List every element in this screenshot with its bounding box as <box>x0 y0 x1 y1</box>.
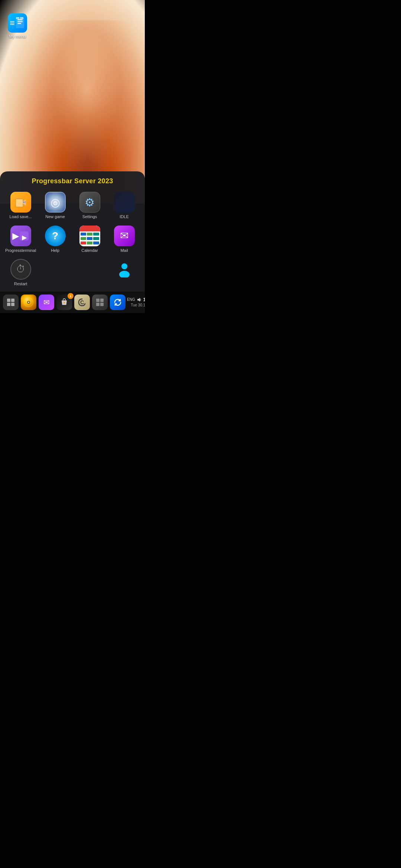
app-grid-row1: ↩ Load save... New game Settings I <box>4 190 140 221</box>
svg-rect-16 <box>7 303 10 306</box>
svg-rect-14 <box>7 299 10 302</box>
progressterminal-app[interactable]: ▶ Progressterminal <box>4 224 37 254</box>
new-game-app[interactable]: New game <box>39 190 71 221</box>
taskbar-sync-button[interactable] <box>110 295 125 310</box>
restart-label: Restart <box>14 282 27 286</box>
restart-app[interactable]: Restart <box>4 257 37 288</box>
taskbar-date: Tue 30.1.2023 <box>131 303 145 308</box>
taskbar-bag-button[interactable]: 1 <box>56 295 72 310</box>
desktop-icons-area: My menu <box>4 13 30 39</box>
calendar-app[interactable]: Calendar <box>74 224 106 254</box>
svg-rect-3 <box>17 23 21 24</box>
taskbar-disc-button[interactable] <box>21 295 36 310</box>
settings-app[interactable]: Settings <box>74 190 106 221</box>
taskbar: ✉ 1 C <box>0 292 145 313</box>
svg-text:↩: ↩ <box>23 200 26 204</box>
taskbar-volume-icon <box>137 297 142 302</box>
help-app[interactable]: Help <box>39 224 71 254</box>
svg-rect-5 <box>20 17 23 19</box>
app-grid-row2: ▶ Progressterminal Help <box>4 224 140 254</box>
svg-point-12 <box>121 263 127 269</box>
calendar-icon <box>79 226 100 246</box>
settings-icon <box>79 192 100 213</box>
my-menu-label: My menu <box>9 34 26 39</box>
idle-app[interactable]: IDLE <box>108 190 140 221</box>
empty-icon-1 <box>45 259 66 280</box>
svg-rect-1 <box>17 19 23 20</box>
empty-slot-1 <box>39 257 71 288</box>
svg-rect-26 <box>100 303 104 306</box>
my-menu-app[interactable]: My menu <box>4 13 30 39</box>
help-icon <box>45 226 66 246</box>
svg-rect-4 <box>16 17 19 19</box>
taskbar-store-button[interactable] <box>92 295 108 310</box>
help-label: Help <box>51 248 59 253</box>
app-grid-row3: Restart <box>4 257 140 288</box>
svg-point-20 <box>28 302 29 303</box>
mail-icon <box>114 226 135 246</box>
taskbar-apps-area: ✉ 1 C <box>3 295 125 310</box>
taskbar-mail-button[interactable]: ✉ <box>39 295 54 310</box>
svg-text:▶: ▶ <box>22 234 27 241</box>
taskbar-lang: ENG <box>127 297 135 302</box>
panel-title: Progressbar Server 2023 <box>4 177 140 185</box>
person-icon <box>114 259 135 280</box>
person-app[interactable] <box>108 257 140 288</box>
load-save-label: Load save... <box>10 214 32 219</box>
settings-label: Settings <box>82 214 97 219</box>
taskbar-system-info: ENG 17:10 Tue 30.1.2023 <box>127 297 145 308</box>
svg-rect-6 <box>16 199 23 207</box>
app-panel: Progressbar Server 2023 ↩ Load save... N… <box>0 171 145 292</box>
taskbar-time: 17:10 <box>143 297 145 303</box>
progressterminal-icon: ▶ <box>10 226 31 246</box>
empty-slot-2 <box>74 257 106 288</box>
new-game-label: New game <box>45 214 65 219</box>
calendar-label: Calendar <box>81 248 98 253</box>
svg-point-13 <box>119 271 130 277</box>
svg-text:C: C <box>80 299 84 305</box>
svg-rect-15 <box>11 299 14 302</box>
taskbar-snake-button[interactable]: C <box>74 295 90 310</box>
mail-app[interactable]: Mail <box>108 224 140 254</box>
empty-icon-2 <box>79 259 100 280</box>
svg-rect-2 <box>17 21 23 22</box>
svg-point-21 <box>63 302 65 303</box>
load-save-icon: ↩ <box>10 192 31 213</box>
mail-label: Mail <box>120 248 128 253</box>
svg-rect-25 <box>96 303 100 306</box>
my-menu-icon <box>8 13 27 33</box>
taskbar-bag-badge: 1 <box>68 293 74 299</box>
new-game-icon <box>45 192 66 213</box>
svg-rect-24 <box>100 299 104 302</box>
idle-label: IDLE <box>120 214 128 219</box>
svg-rect-23 <box>96 299 100 302</box>
progressterminal-label: Progressterminal <box>5 248 36 253</box>
idle-icon <box>114 192 135 213</box>
taskbar-grid-button[interactable] <box>3 295 19 310</box>
load-save-app[interactable]: ↩ Load save... <box>4 190 37 221</box>
svg-rect-17 <box>11 303 14 306</box>
restart-icon <box>10 259 31 280</box>
